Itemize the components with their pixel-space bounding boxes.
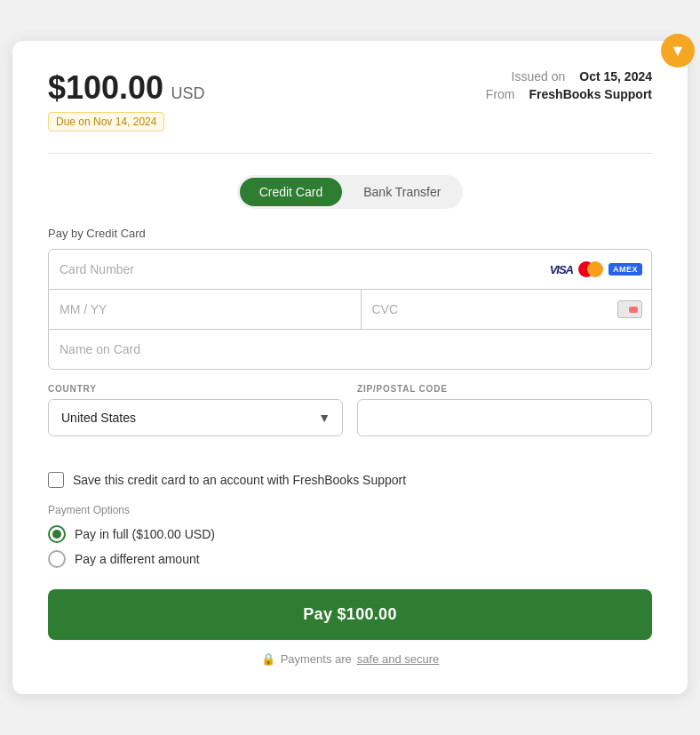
amex-icon: AMEX <box>609 263 642 276</box>
cvc-input[interactable] <box>362 290 618 329</box>
tab-group: Credit Card Bank Transfer <box>237 175 464 209</box>
card-fields-group: VISA AMEX <box>48 249 652 370</box>
radio-different-payment[interactable] <box>48 550 66 568</box>
card-number-input[interactable] <box>49 250 550 289</box>
tab-bank-transfer[interactable]: Bank Transfer <box>344 178 460 206</box>
card-number-row: VISA AMEX <box>49 250 651 290</box>
amount-display: $100.00 USD <box>48 69 205 107</box>
save-checkbox[interactable] <box>48 472 64 488</box>
invoice-header: $100.00 USD Due on Nov 14, 2024 Issued o… <box>48 69 652 132</box>
cvc-card-shape <box>617 300 642 318</box>
secure-row: 🔒 Payments are safe and secure <box>48 652 652 666</box>
payment-card: ▼ $100.00 USD Due on Nov 14, 2024 Issued… <box>12 41 688 694</box>
country-label: COUNTRY <box>48 384 343 394</box>
issued-label: Issued on <box>512 69 566 84</box>
amount-value: $100.00 <box>48 69 163 106</box>
pay-button[interactable]: Pay $100.00 <box>48 589 652 640</box>
form-section-label: Pay by Credit Card <box>48 227 652 240</box>
country-select[interactable]: United States Canada United Kingdom <box>48 399 343 436</box>
card-icons: VISA AMEX <box>550 250 651 289</box>
from-label: From <box>486 87 515 101</box>
save-label: Save this credit card to an account with… <box>73 473 406 487</box>
payment-options-label: Payment Options <box>48 504 652 516</box>
issued-row: Issued on Oct 15, 2024 <box>486 69 652 84</box>
divider <box>48 153 652 154</box>
from-row: From FreshBooks Support <box>486 87 652 101</box>
zip-field-group: ZIP/POSTAL CODE <box>357 384 652 436</box>
secure-text: Payments are <box>281 652 352 666</box>
tab-credit-card[interactable]: Credit Card <box>240 178 343 206</box>
cvc-card-icon <box>617 300 651 318</box>
save-row: Save this credit card to an account with… <box>48 472 652 488</box>
top-corner-icon: ▼ <box>661 34 695 68</box>
secure-link[interactable]: safe and secure <box>357 652 440 666</box>
currency-label: USD <box>171 84 205 102</box>
country-select-wrapper: United States Canada United Kingdom ▼ <box>48 399 343 436</box>
zip-input[interactable] <box>357 399 652 436</box>
country-field-group: COUNTRY United States Canada United King… <box>48 384 343 436</box>
issued-date: Oct 15, 2024 <box>579 69 652 84</box>
radio-different-label: Pay a different amount <box>75 552 200 566</box>
from-value: FreshBooks Support <box>529 87 652 101</box>
visa-icon: VISA <box>550 263 573 276</box>
radio-full-label: Pay in full ($100.00 USD) <box>75 527 215 541</box>
radio-row-full: Pay in full ($100.00 USD) <box>48 525 652 543</box>
due-badge: Due on Nov 14, 2024 <box>48 112 164 132</box>
lock-icon: 🔒 <box>261 652 275 666</box>
mastercard-icon <box>578 261 603 277</box>
expiry-input[interactable] <box>49 290 361 329</box>
invoice-info: Issued on Oct 15, 2024 From FreshBooks S… <box>486 69 652 105</box>
name-on-card-input[interactable] <box>49 330 651 369</box>
amount-section: $100.00 USD Due on Nov 14, 2024 <box>48 69 205 132</box>
radio-full-payment[interactable] <box>48 525 66 543</box>
cvc-wrapper <box>361 290 652 329</box>
name-row <box>49 330 651 369</box>
tab-switcher: Credit Card Bank Transfer <box>48 175 652 209</box>
expiry-cvc-row <box>49 290 651 330</box>
radio-row-different: Pay a different amount <box>48 550 652 568</box>
zip-label: ZIP/POSTAL CODE <box>357 384 652 394</box>
country-zip-row: COUNTRY United States Canada United King… <box>48 384 652 436</box>
